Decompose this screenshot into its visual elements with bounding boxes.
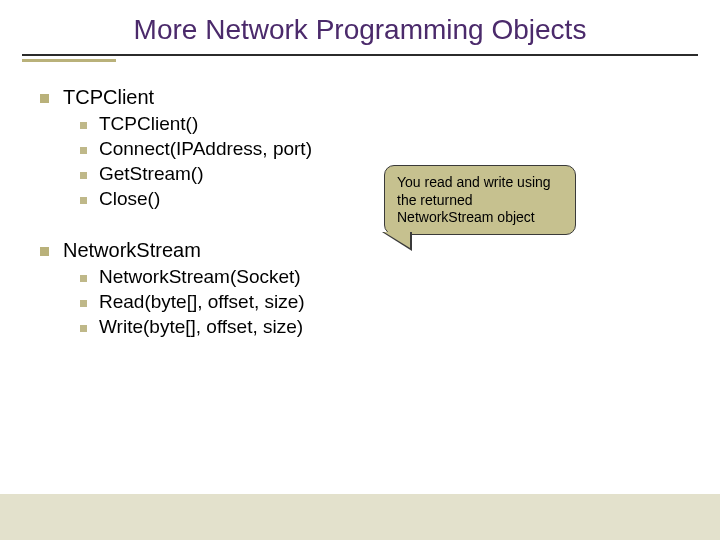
list-subitem-label: Close() (99, 188, 160, 210)
bullet-icon (80, 197, 87, 204)
bullet-icon (80, 300, 87, 307)
bullet-icon (40, 247, 49, 256)
bullet-icon (80, 275, 87, 282)
list-subitem: GetStream() (80, 163, 420, 185)
footer-band (0, 494, 720, 540)
slide: More Network Programming Objects TCPClie… (0, 0, 720, 540)
list-item: NetworkStream (40, 239, 420, 262)
list-subitem-label: Write(byte[], offset, size) (99, 316, 303, 338)
bullet-icon (80, 147, 87, 154)
list-subitem: Connect(IPAddress, port) (80, 138, 420, 160)
rule-gold (22, 59, 116, 62)
spacer (40, 213, 420, 237)
callout-box: You read and write using the returned Ne… (384, 165, 576, 235)
list-subitem: Close() (80, 188, 420, 210)
bullet-icon (80, 325, 87, 332)
list-item-label: NetworkStream (63, 239, 201, 262)
list-subitem: TCPClient() (80, 113, 420, 135)
bullet-icon (80, 172, 87, 179)
bullet-icon (80, 122, 87, 129)
list-subitem-label: Connect(IPAddress, port) (99, 138, 312, 160)
callout-text: You read and write using the returned Ne… (397, 174, 551, 225)
list-subitem-label: Read(byte[], offset, size) (99, 291, 305, 313)
callout-tail (384, 232, 410, 248)
list-subitem-label: TCPClient() (99, 113, 198, 135)
bullet-icon (40, 94, 49, 103)
list-subitem-label: NetworkStream(Socket) (99, 266, 301, 288)
list-subitem: Read(byte[], offset, size) (80, 291, 420, 313)
title-underline (22, 54, 698, 62)
list-item-label: TCPClient (63, 86, 154, 109)
list-subitem-label: GetStream() (99, 163, 204, 185)
list-subitem: NetworkStream(Socket) (80, 266, 420, 288)
slide-title: More Network Programming Objects (0, 14, 720, 46)
list-item: TCPClient (40, 86, 420, 109)
content-list: TCPClient TCPClient() Connect(IPAddress,… (40, 84, 420, 341)
rule-dark (22, 54, 698, 56)
list-subitem: Write(byte[], offset, size) (80, 316, 420, 338)
